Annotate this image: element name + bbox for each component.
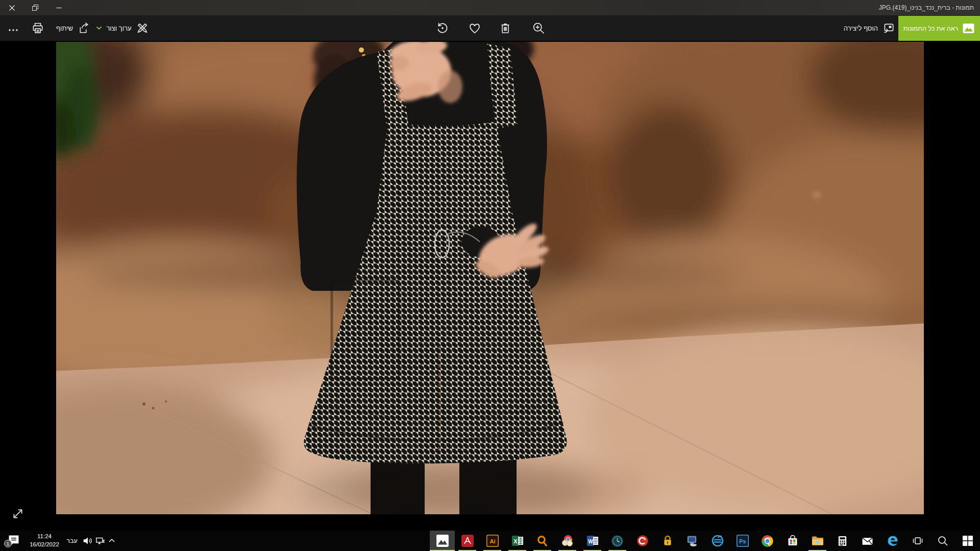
trash-icon [499, 21, 512, 35]
taskbar-acrobat[interactable] [455, 531, 480, 551]
network-button[interactable] [95, 535, 106, 548]
chrome-profile-icon [561, 534, 574, 547]
print-button[interactable] [27, 15, 49, 41]
action-center-button[interactable]: 1 [7, 534, 22, 549]
ccleaner-icon [636, 535, 649, 547]
taskbar-illustrator[interactable]: Ai [480, 531, 505, 551]
taskbar-clock-app[interactable] [605, 531, 630, 551]
photoshop-icon: Ps [737, 535, 749, 547]
chevron-up-icon [108, 537, 116, 545]
share-label: שיתוף [56, 24, 73, 32]
photo-image [56, 42, 924, 514]
taskbar-search[interactable] [930, 531, 955, 551]
taskbar-clock[interactable]: 11:24 16/02/2022 [26, 532, 63, 548]
add-to-creation-button[interactable]: הוסף ליצירה [831, 15, 895, 41]
taskbar-edge[interactable] [880, 531, 905, 551]
start-button[interactable] [955, 531, 980, 551]
command-toolbar: שיתוף ערוך וצור [0, 15, 980, 41]
svg-text:Ps: Ps [739, 538, 746, 544]
svg-text:x: x [693, 543, 695, 546]
window-title: תמונות - ברית_נכד_בנינו_(419).JPG [879, 0, 974, 15]
taskbar-mail[interactable] [855, 531, 880, 551]
more-ellipsis-icon [8, 22, 19, 34]
padlock-icon [662, 535, 674, 547]
taskbar-internet-explorer[interactable] [705, 531, 730, 551]
show-hidden-icons-button[interactable] [108, 537, 116, 547]
see-all-photos-button[interactable]: ראה את כל התמונות [898, 16, 980, 41]
internet-explorer-icon [711, 534, 724, 547]
search-icon [937, 535, 949, 547]
share-icon [77, 22, 90, 35]
add-to-creation-label: הוסף ליצירה [844, 24, 878, 32]
taskbar-store[interactable] [780, 531, 805, 551]
photo-viewer-canvas [0, 41, 980, 531]
see-all-photos-label: ראה את כל התמונות [903, 25, 958, 32]
clock-app-icon [611, 535, 624, 547]
photos-icon [962, 22, 975, 35]
zoom-button[interactable] [530, 15, 547, 41]
volume-icon [82, 535, 93, 546]
photos-app-icon [436, 534, 449, 547]
excel-icon: X [511, 535, 524, 547]
fullscreen-expand-icon [11, 507, 24, 520]
photos-app-window: תמונות - ברית_נכד_בנינו_(419).JPG שיתוף [0, 0, 980, 551]
taskbar-lock-app[interactable] [655, 531, 680, 551]
taskbar-apps: Ai X [430, 531, 980, 551]
svg-text:W: W [588, 539, 593, 544]
windows-taskbar: 1 11:24 16/02/2022 עבר [0, 531, 980, 551]
calculator-icon [837, 535, 848, 547]
restore-icon [32, 5, 38, 11]
taskbar-word[interactable]: W [580, 531, 605, 551]
rotate-icon [435, 21, 450, 35]
share-button[interactable]: שיתוף [53, 15, 93, 41]
taskbar-file-explorer[interactable] [805, 531, 830, 551]
taskbar-remote-pc[interactable]: x [680, 531, 705, 551]
illustrator-icon: Ai [486, 535, 499, 547]
word-icon: W [586, 535, 599, 547]
taskbar-photos-app[interactable] [430, 531, 455, 551]
fullscreen-expand-button[interactable] [11, 507, 24, 520]
edit-pencils-icon [136, 21, 149, 35]
taskbar-task-view[interactable] [905, 531, 930, 551]
taskbar-orange-search-app[interactable] [530, 531, 555, 551]
language-indicator[interactable]: עבר [64, 531, 80, 551]
network-icon [95, 535, 106, 546]
minimize-icon [56, 5, 62, 11]
heart-icon [468, 21, 482, 35]
taskbar-ccleaner[interactable] [630, 531, 655, 551]
task-view-icon [912, 535, 924, 547]
close-icon [9, 5, 15, 11]
taskbar-chrome[interactable] [755, 531, 780, 551]
taskbar-photoshop[interactable]: Ps [730, 531, 755, 551]
see-more-button[interactable] [4, 15, 22, 41]
zoom-in-icon [531, 21, 546, 35]
edit-create-button[interactable]: ערוך וצור [94, 15, 151, 41]
svg-text:X: X [513, 538, 518, 544]
remote-pc-icon: x [686, 535, 699, 547]
printer-icon [31, 21, 44, 35]
chevron-down-icon [96, 26, 102, 31]
store-icon [787, 535, 799, 547]
taskbar-calculator[interactable] [830, 531, 855, 551]
edit-create-label: ערוך וצור [106, 24, 131, 32]
restore-button[interactable] [23, 0, 47, 15]
title-bar: תמונות - ברית_נכד_בנינו_(419).JPG [0, 0, 980, 15]
favorite-button[interactable] [466, 15, 483, 41]
orange-magnifier-icon [536, 535, 549, 547]
acrobat-icon [461, 535, 474, 547]
delete-button[interactable] [497, 15, 514, 41]
close-button[interactable] [0, 0, 23, 15]
taskbar-chrome-profile[interactable] [555, 531, 580, 551]
notification-badge: 1 [4, 540, 12, 547]
taskbar-excel[interactable]: X [505, 531, 530, 551]
mail-icon [861, 535, 874, 547]
file-explorer-icon [811, 534, 824, 547]
minimize-button[interactable] [47, 0, 70, 15]
clock-time: 11:24 [26, 532, 63, 540]
chrome-icon [761, 535, 774, 547]
volume-button[interactable] [82, 535, 93, 548]
clock-date: 16/02/2022 [26, 540, 63, 548]
edge-icon [886, 534, 899, 547]
svg-text:Ai: Ai [489, 538, 495, 544]
rotate-button[interactable] [434, 15, 451, 41]
